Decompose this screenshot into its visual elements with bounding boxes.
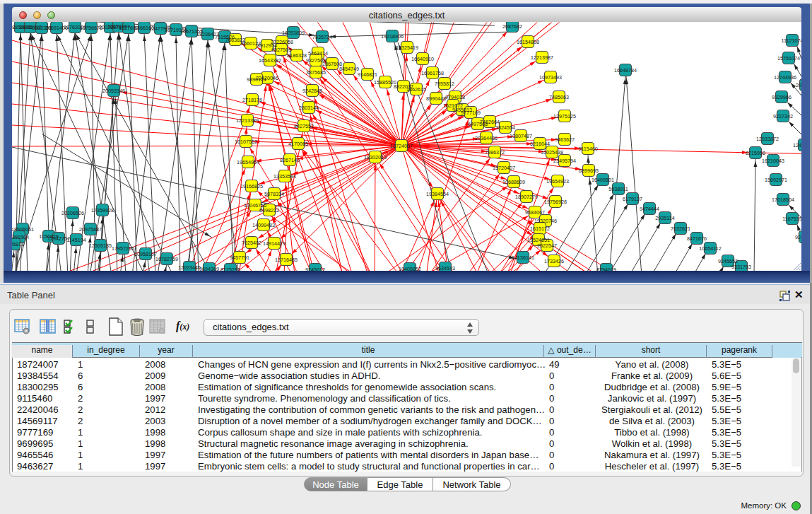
svg-text:5878334: 5878334 bbox=[264, 191, 284, 197]
svg-text:16640910: 16640910 bbox=[411, 56, 434, 62]
svg-text:19654954: 19654954 bbox=[237, 159, 259, 165]
svg-text:12744936: 12744936 bbox=[774, 74, 796, 81]
svg-text:1615172: 1615172 bbox=[530, 226, 550, 232]
svg-text:9890124: 9890124 bbox=[247, 76, 266, 83]
svg-text:14136141: 14136141 bbox=[512, 255, 534, 261]
svg-text:9115460: 9115460 bbox=[578, 146, 597, 152]
svg-text:23226058: 23226058 bbox=[271, 39, 293, 45]
svg-text:15692971: 15692971 bbox=[765, 177, 787, 183]
svg-text:9227342: 9227342 bbox=[773, 113, 793, 119]
svg-text:5498222: 5498222 bbox=[259, 207, 279, 214]
svg-text:1362615: 1362615 bbox=[406, 86, 426, 93]
svg-text:16154808: 16154808 bbox=[517, 39, 539, 45]
svg-text:12505135: 12505135 bbox=[89, 243, 112, 249]
svg-text:12023446: 12023446 bbox=[178, 264, 201, 271]
svg-text:2935114: 2935114 bbox=[655, 215, 674, 221]
svg-text:6216044: 6216044 bbox=[530, 141, 550, 147]
svg-text:7835724: 7835724 bbox=[312, 34, 332, 40]
svg-text:10107552: 10107552 bbox=[235, 139, 257, 145]
svg-text:9242848: 9242848 bbox=[302, 88, 322, 94]
svg-text:9329966: 9329966 bbox=[772, 94, 792, 100]
svg-text:18302013: 18302013 bbox=[364, 154, 387, 160]
svg-text:16210043: 16210043 bbox=[762, 158, 784, 164]
svg-text:1733426: 1733426 bbox=[544, 258, 564, 264]
svg-text:6179137: 6179137 bbox=[623, 196, 642, 202]
svg-text:8186328: 8186328 bbox=[287, 52, 307, 59]
svg-text:12213389: 12213389 bbox=[236, 117, 259, 124]
svg-text:2718176: 2718176 bbox=[242, 97, 262, 103]
svg-text:16409501: 16409501 bbox=[592, 177, 614, 183]
svg-text:9457791: 9457791 bbox=[230, 255, 249, 261]
svg-text:9694369: 9694369 bbox=[199, 266, 219, 271]
svg-text:2803144: 2803144 bbox=[299, 105, 319, 111]
svg-text:20206526: 20206526 bbox=[61, 210, 84, 216]
svg-text:7905813: 7905813 bbox=[12, 241, 24, 247]
svg-text:6899695: 6899695 bbox=[579, 168, 599, 174]
svg-text:17018504: 17018504 bbox=[772, 197, 794, 203]
svg-text:18506061: 18506061 bbox=[12, 226, 34, 233]
svg-text:6497568: 6497568 bbox=[468, 121, 488, 127]
svg-text:7632621: 7632621 bbox=[671, 226, 690, 232]
svg-text:1145194: 1145194 bbox=[66, 237, 86, 243]
svg-text:2087682: 2087682 bbox=[502, 23, 522, 30]
svg-text:8990448: 8990448 bbox=[426, 95, 446, 102]
svg-text:10405852: 10405852 bbox=[399, 266, 421, 271]
svg-text:7955812: 7955812 bbox=[435, 81, 454, 87]
svg-text:19756928: 19756928 bbox=[544, 199, 567, 205]
svg-text:9245012: 9245012 bbox=[795, 234, 801, 240]
svg-text:8215958: 8215958 bbox=[746, 150, 765, 156]
svg-text:1391504: 1391504 bbox=[12, 234, 29, 240]
svg-text:7986372: 7986372 bbox=[485, 149, 505, 156]
svg-text:5938911: 5938911 bbox=[608, 186, 628, 192]
svg-text:14914479: 14914479 bbox=[263, 240, 286, 247]
svg-text:13353594: 13353594 bbox=[273, 173, 296, 180]
svg-text:17957255: 17957255 bbox=[112, 245, 134, 252]
svg-text:14099483: 14099483 bbox=[252, 222, 275, 228]
svg-text:10025438: 10025438 bbox=[541, 149, 563, 156]
svg-text:9474444: 9474444 bbox=[640, 206, 659, 212]
svg-text:19320746: 19320746 bbox=[534, 218, 557, 224]
svg-text:19218906: 19218906 bbox=[381, 33, 404, 40]
svg-text:10688609: 10688609 bbox=[502, 179, 525, 185]
svg-text:9146821: 9146821 bbox=[358, 71, 377, 78]
svg-text:12444155: 12444155 bbox=[793, 142, 801, 148]
svg-text:9331783: 9331783 bbox=[731, 264, 751, 270]
svg-text:13325419: 13325419 bbox=[396, 45, 418, 51]
svg-text:18724007: 18724007 bbox=[390, 143, 413, 149]
svg-text:9484067: 9484067 bbox=[525, 209, 545, 216]
svg-text:19654923: 19654923 bbox=[546, 178, 569, 185]
svg-text:12033872: 12033872 bbox=[756, 136, 779, 142]
svg-text:9634543: 9634543 bbox=[435, 265, 455, 271]
svg-text:17359928: 17359928 bbox=[91, 207, 114, 214]
svg-text:16782759: 16782759 bbox=[155, 256, 178, 262]
svg-text:19384554: 19384554 bbox=[426, 191, 449, 197]
svg-text:11121074: 11121074 bbox=[782, 37, 801, 44]
svg-text:8267140: 8267140 bbox=[280, 157, 300, 163]
svg-text:10654112: 10654112 bbox=[699, 245, 721, 252]
svg-text:9777169: 9777169 bbox=[461, 110, 481, 116]
svg-text:10973493: 10973493 bbox=[539, 74, 562, 81]
svg-text:3824554: 3824554 bbox=[495, 124, 515, 131]
svg-text:15720407: 15720407 bbox=[493, 165, 515, 171]
svg-text:2033844: 2033844 bbox=[796, 82, 801, 88]
svg-text:20975887: 20975887 bbox=[79, 226, 102, 233]
svg-text:1167539: 1167539 bbox=[782, 216, 801, 222]
svg-text:10958107: 10958107 bbox=[134, 251, 157, 257]
svg-text:13716485: 13716485 bbox=[275, 257, 298, 263]
svg-text:19166825: 19166825 bbox=[240, 183, 263, 189]
svg-text:3875685: 3875685 bbox=[306, 69, 326, 76]
svg-text:20364436: 20364436 bbox=[475, 135, 498, 141]
svg-text:12975125: 12975125 bbox=[553, 113, 576, 119]
svg-text:15751074: 15751074 bbox=[777, 55, 800, 62]
svg-text:10807487: 10807487 bbox=[510, 133, 532, 139]
svg-text:16648784: 16648784 bbox=[614, 67, 637, 74]
svg-text:16053809: 16053809 bbox=[282, 30, 305, 36]
svg-text:23495794: 23495794 bbox=[553, 158, 576, 164]
svg-text:18907279: 18907279 bbox=[515, 194, 538, 200]
svg-text:9794028: 9794028 bbox=[445, 94, 465, 100]
svg-text:5463414: 5463414 bbox=[308, 50, 328, 57]
svg-text:9463627: 9463627 bbox=[555, 136, 575, 143]
svg-text:2522547: 2522547 bbox=[537, 243, 557, 249]
svg-text:8471676: 8471676 bbox=[687, 235, 707, 242]
svg-text:7625402: 7625402 bbox=[242, 240, 261, 246]
